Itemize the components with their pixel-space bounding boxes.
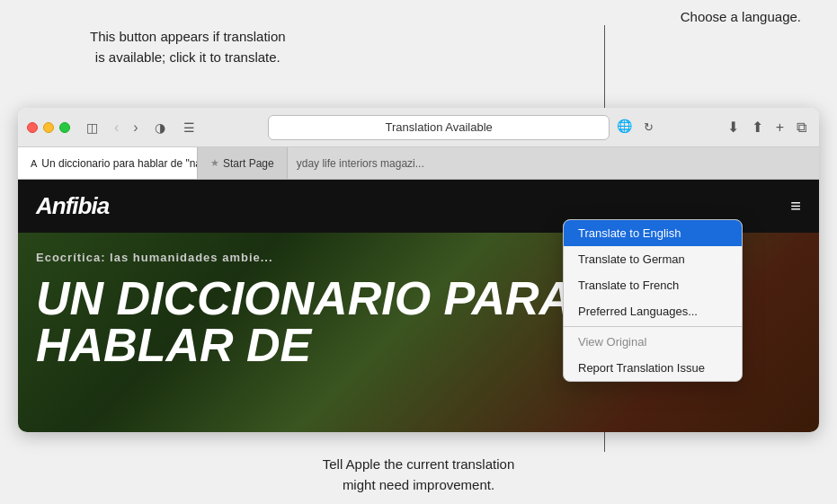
dropdown-item-english[interactable]: Translate to English <box>564 220 742 246</box>
share-button[interactable]: ⬆ <box>748 117 767 137</box>
dropdown-item-german[interactable]: Translate to German <box>564 246 742 272</box>
minimize-button[interactable] <box>43 122 54 133</box>
reader-button[interactable]: ☰ <box>178 119 200 137</box>
windows-button[interactable]: ⧉ <box>793 118 810 137</box>
close-button[interactable] <box>27 122 38 133</box>
address-text: Translation Available <box>386 120 493 134</box>
address-bar-wrapper: Translation Available 🌐 ↻ <box>208 115 717 140</box>
tab-label-extra: yday life interiors magazi... <box>297 157 424 170</box>
browser-window: ◫ ‹ › ◑ ☰ Translation Available 🌐 ↻ ⬇ ⬆ … <box>18 108 819 432</box>
forward-button[interactable]: › <box>129 118 141 137</box>
translate-dropdown: Translate to English Translate to German… <box>563 219 743 382</box>
tab-label-active: Un diccionario para hablar de "naturalez… <box>41 157 198 170</box>
toolbar-right: ⬇ ⬆ + ⧉ <box>724 117 810 137</box>
annotation-report-issue: Tell Apple the current translation might… <box>323 455 514 495</box>
translate-button[interactable]: 🌐 <box>615 117 637 137</box>
tab-star-icon: ★ <box>210 157 219 169</box>
reload-button[interactable]: ↻ <box>642 119 655 136</box>
annotation-choose-language: Choose a language. <box>681 7 801 28</box>
privacy-icon[interactable]: ◑ <box>149 119 171 137</box>
menu-icon[interactable]: ≡ <box>790 196 801 217</box>
tab-start-page[interactable]: ★ Start Page <box>198 147 288 179</box>
sidebar-button[interactable]: ◫ <box>81 119 103 137</box>
traffic-lights <box>27 122 70 133</box>
maximize-button[interactable] <box>59 122 70 133</box>
tab-active[interactable]: A Un diccionario para hablar de "natural… <box>18 147 198 179</box>
dropdown-item-french[interactable]: Translate to French <box>564 272 742 298</box>
callout-line-top <box>604 25 605 119</box>
tab-favicon-active: A <box>31 158 37 169</box>
new-tab-button[interactable]: + <box>772 118 788 137</box>
download-button[interactable]: ⬇ <box>724 117 743 137</box>
annotation-button-appears: This button appears if translation is av… <box>90 27 286 67</box>
svg-text:🌐: 🌐 <box>617 119 633 133</box>
tab-extra[interactable]: yday life interiors magazi... <box>288 157 819 170</box>
tab-bar: A Un diccionario para hablar de "natural… <box>18 147 819 180</box>
dropdown-item-report[interactable]: Report Translation Issue <box>564 355 742 381</box>
back-button[interactable]: ‹ <box>111 118 122 137</box>
site-logo: Anfibia <box>36 192 109 220</box>
title-bar: ◫ ‹ › ◑ ☰ Translation Available 🌐 ↻ ⬇ ⬆ … <box>18 108 819 147</box>
dropdown-divider <box>564 326 742 327</box>
address-bar[interactable]: Translation Available <box>268 115 610 140</box>
page-content: Anfibia ≡ Ecocrítica: las humanidades am… <box>18 180 819 432</box>
dropdown-item-preferred[interactable]: Preferred Languages... <box>564 298 742 324</box>
dropdown-item-view-original[interactable]: View Original <box>564 329 742 355</box>
tab-label-start: Start Page <box>223 157 274 170</box>
